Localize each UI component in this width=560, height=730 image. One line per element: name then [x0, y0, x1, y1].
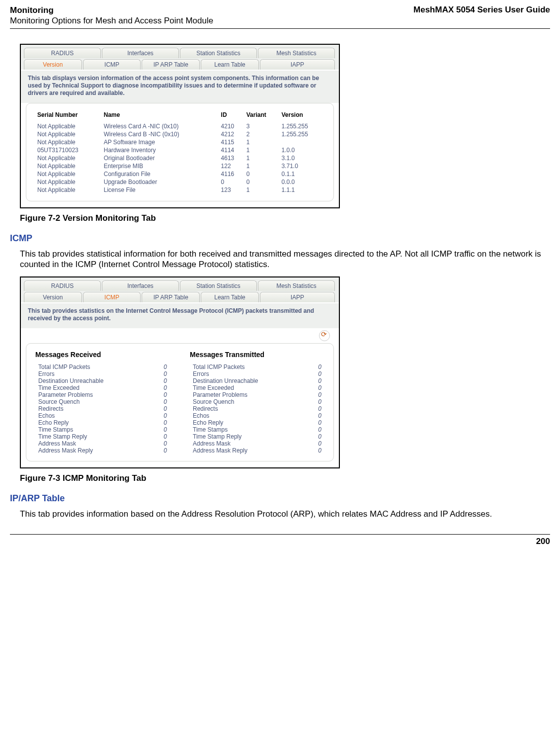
- metric-value: 0: [299, 426, 324, 433]
- table-cell: 3: [244, 122, 280, 130]
- metric-row: Time Exceeded0: [35, 384, 170, 391]
- tab-ip-arp-table[interactable]: IP ARP Table: [142, 59, 200, 70]
- table-cell: 4114: [219, 146, 244, 154]
- table-cell: 1: [244, 186, 280, 194]
- table-cell: Not Applicable: [35, 170, 102, 178]
- section-heading-icmp: ICMP: [10, 233, 550, 244]
- table-row: Not ApplicableAP Software Image41151: [35, 138, 324, 146]
- table-row: Not ApplicableWireless Card B -NIC (0x10…: [35, 130, 324, 138]
- page-footer: 200: [10, 534, 550, 547]
- table-cell: 0.1.1: [279, 170, 324, 178]
- version-panel: Serial Number Name ID Variant Version No…: [26, 103, 334, 201]
- table-cell: Not Applicable: [35, 162, 102, 170]
- messages-transmitted-table: Total ICMP Packets0Errors0Destination Un…: [190, 364, 324, 454]
- tab-radius[interactable]: RADIUS: [24, 280, 101, 291]
- metric-label: Time Exceeded: [190, 384, 299, 391]
- table-cell: Wireless Card B -NIC (0x10): [102, 130, 219, 138]
- metric-label: Destination Unreachable: [190, 377, 299, 384]
- metric-row: Destination Unreachable0: [35, 377, 170, 384]
- metric-row: Address Mask Reply0: [35, 447, 170, 454]
- metric-label: Time Stamps: [35, 426, 144, 433]
- header-doc-title: MeshMAX 5054 Series User Guide: [413, 5, 550, 26]
- col-version: Version: [279, 110, 324, 122]
- metric-row: Parameter Problems0: [35, 391, 170, 398]
- tabs-area: RADIUS Interfaces Station Statistics Mes…: [21, 45, 339, 70]
- tab-mesh-statistics[interactable]: Mesh Statistics: [258, 48, 335, 58]
- table-cell: 0: [244, 170, 280, 178]
- tabs-row-bottom: Version ICMP IP ARP Table Learn Table IA…: [24, 292, 336, 302]
- tab-interfaces[interactable]: Interfaces: [102, 48, 179, 58]
- table-row: Not ApplicableLicense File12311.1.1: [35, 186, 324, 194]
- metric-value: 0: [299, 398, 324, 405]
- metric-row: Redirects0: [35, 405, 170, 412]
- refresh-icon[interactable]: [319, 330, 330, 341]
- tab-learn-table[interactable]: Learn Table: [201, 292, 259, 302]
- tab-mesh-statistics[interactable]: Mesh Statistics: [258, 280, 335, 291]
- col-name: Name: [102, 110, 219, 122]
- metric-label: Address Mask: [35, 440, 144, 447]
- metric-label: Time Stamp Reply: [35, 433, 144, 440]
- metric-label: Echos: [35, 412, 144, 419]
- tab-version[interactable]: Version: [24, 59, 82, 70]
- table-cell: 4212: [219, 130, 244, 138]
- metric-value: 0: [144, 384, 170, 391]
- tab-iapp[interactable]: IAPP: [260, 59, 335, 70]
- tabs-area: RADIUS Interfaces Station Statistics Mes…: [21, 277, 339, 302]
- col-serial: Serial Number: [35, 110, 102, 122]
- page-header: Monitoring Monitoring Options for Mesh a…: [10, 5, 550, 29]
- tab-station-statistics[interactable]: Station Statistics: [180, 48, 257, 58]
- metric-value: 0: [299, 419, 324, 426]
- tab-interfaces[interactable]: Interfaces: [102, 280, 179, 291]
- table-cell: 4613: [219, 154, 244, 162]
- table-row: Not ApplicableUpgrade Bootloader000.0.0: [35, 178, 324, 186]
- table-header: Serial Number Name ID Variant Version: [35, 110, 324, 122]
- tab-learn-table[interactable]: Learn Table: [201, 59, 259, 70]
- metric-row: Source Quench0: [35, 398, 170, 405]
- metric-row: Time Stamps0: [190, 426, 324, 433]
- tab-version[interactable]: Version: [24, 292, 82, 302]
- metric-label: Address Mask Reply: [35, 447, 144, 454]
- tab-radius[interactable]: RADIUS: [24, 48, 101, 58]
- page-number: 200: [536, 537, 550, 546]
- version-table: Serial Number Name ID Variant Version No…: [35, 110, 324, 194]
- table-cell: 123: [219, 186, 244, 194]
- metric-label: Source Quench: [35, 398, 144, 405]
- metric-value: 0: [144, 412, 170, 419]
- table-cell: Configuration File: [102, 170, 219, 178]
- metric-label: Redirects: [190, 405, 299, 412]
- tab-icmp[interactable]: ICMP: [83, 292, 141, 302]
- metric-label: Echo Reply: [35, 419, 144, 426]
- metric-value: 0: [144, 433, 170, 440]
- metric-row: Redirects0: [190, 405, 324, 412]
- metric-value: 0: [299, 364, 324, 370]
- metric-label: Parameter Problems: [190, 391, 299, 398]
- tab-station-statistics[interactable]: Station Statistics: [180, 280, 257, 291]
- table-cell: 4115: [219, 138, 244, 146]
- metric-label: Time Stamp Reply: [190, 433, 299, 440]
- table-cell: 1.1.1: [279, 186, 324, 194]
- table-cell: 0.0.0: [279, 178, 324, 186]
- metric-row: Total ICMP Packets0: [190, 364, 324, 370]
- table-cell: Not Applicable: [35, 130, 102, 138]
- messages-received-table: Total ICMP Packets0Errors0Destination Un…: [35, 364, 170, 454]
- tab-icmp[interactable]: ICMP: [83, 59, 141, 70]
- metric-value: 0: [144, 370, 170, 377]
- metric-row: Total ICMP Packets0: [35, 364, 170, 370]
- metric-value: 0: [299, 377, 324, 384]
- table-cell: Not Applicable: [35, 122, 102, 130]
- metric-row: Time Stamp Reply0: [190, 433, 324, 440]
- table-cell: 1: [244, 162, 280, 170]
- header-left: Monitoring Monitoring Options for Mesh a…: [10, 5, 213, 26]
- metric-value: 0: [144, 391, 170, 398]
- metric-value: 0: [299, 447, 324, 454]
- table-cell: 0: [219, 178, 244, 186]
- metric-row: Destination Unreachable0: [190, 377, 324, 384]
- metric-row: Echo Reply0: [35, 419, 170, 426]
- metric-label: Time Stamps: [190, 426, 299, 433]
- help-text: This tab displays version information of…: [21, 71, 339, 103]
- table-cell: Hardware Inventory: [102, 146, 219, 154]
- metric-label: Total ICMP Packets: [190, 364, 299, 370]
- tab-iapp[interactable]: IAPP: [260, 292, 335, 302]
- table-cell: Wireless Card A -NIC (0x10): [102, 122, 219, 130]
- tab-ip-arp-table[interactable]: IP ARP Table: [142, 292, 200, 302]
